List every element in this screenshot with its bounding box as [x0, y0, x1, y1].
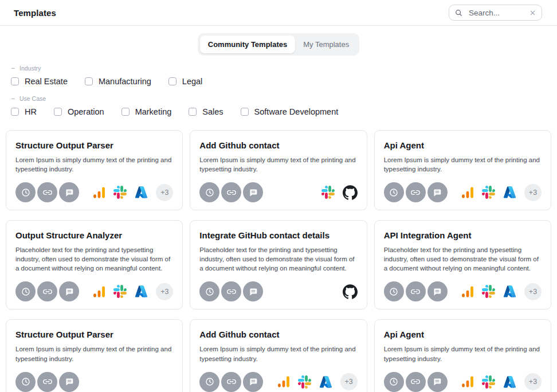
chat-icon [64, 287, 74, 297]
integration-group: +3 [461, 184, 542, 201]
checkbox[interactable] [189, 108, 197, 116]
slack-icon [482, 186, 495, 199]
clock-icon [389, 287, 399, 297]
search-box[interactable] [449, 5, 542, 21]
checkbox-label: Operation [68, 107, 104, 116]
card-title: Structure Output Parser [15, 140, 173, 150]
schedule-button[interactable] [15, 281, 36, 301]
template-card[interactable]: Add Github contact Lorem Ipsum is simply… [190, 319, 367, 392]
filter-checkbox-software-development[interactable]: Software Development [241, 107, 339, 116]
card-description: Lorem Ipsum is simply dummy text of the … [15, 155, 173, 174]
chat-button[interactable] [427, 182, 448, 202]
card-description: Placeholder text for the printing and ty… [384, 245, 542, 273]
schedule-button[interactable] [384, 182, 404, 202]
integration-group: +3 [277, 373, 358, 390]
tab-my-templates[interactable]: My Templates [295, 36, 357, 53]
link-button[interactable] [221, 182, 241, 202]
chat-button[interactable] [59, 281, 79, 301]
schedule-button[interactable] [199, 182, 219, 202]
card-footer: +3 [384, 273, 542, 301]
checkbox[interactable] [85, 77, 93, 85]
card-description: Lorem Ipsum is simply dummy text of the … [15, 344, 173, 363]
schedule-button[interactable] [199, 281, 219, 301]
checkbox[interactable] [241, 108, 249, 116]
azure-icon [319, 375, 332, 389]
link-button[interactable] [406, 372, 426, 392]
collapse-icon[interactable]: − [11, 65, 15, 72]
chat-icon [248, 187, 258, 198]
template-card[interactable]: Output Structure Analyzer Placeholder te… [6, 220, 183, 309]
link-button[interactable] [406, 182, 426, 202]
industry-options: Real Estate Manufacturing Legal [9, 77, 548, 86]
chat-icon [248, 287, 258, 297]
chat-button[interactable] [243, 182, 263, 202]
link-button[interactable] [37, 182, 57, 202]
link-button[interactable] [406, 281, 426, 301]
slack-icon [482, 375, 495, 389]
azure-icon [135, 285, 148, 298]
filter-checkbox-real-estate[interactable]: Real Estate [11, 77, 68, 86]
card-title: Output Structure Analyzer [15, 230, 173, 240]
template-card[interactable]: Api Agent Lorem Ipsum is simply dummy te… [374, 130, 551, 210]
schedule-button[interactable] [15, 182, 36, 202]
card-description: Placeholder text for the printing and ty… [199, 245, 357, 273]
more-count-badge: +3 [524, 184, 542, 201]
github-icon [343, 284, 358, 299]
schedule-button[interactable] [384, 281, 404, 301]
action-group [15, 182, 79, 202]
card-description: Lorem Ipsum is simply dummy text of the … [384, 344, 542, 363]
filter-group-label: Use Case [19, 95, 46, 102]
azure-icon [503, 375, 516, 389]
link-button[interactable] [221, 372, 241, 392]
checkbox[interactable] [11, 108, 19, 116]
clear-icon[interactable] [529, 9, 536, 17]
schedule-button[interactable] [199, 372, 219, 392]
card-title: Add Github contact [199, 140, 357, 150]
template-card[interactable]: Structure Output Parser Lorem Ipsum is s… [6, 319, 183, 392]
template-card[interactable]: API Integration Agent Placeholder text f… [374, 220, 551, 309]
schedule-button[interactable] [15, 372, 36, 392]
link-button[interactable] [37, 372, 57, 392]
checkbox[interactable] [168, 77, 176, 85]
chat-button[interactable] [243, 372, 263, 392]
action-group [15, 281, 79, 301]
card-title: Integrate GitHub contact details [199, 230, 357, 240]
schedule-button[interactable] [384, 372, 404, 392]
checkbox[interactable] [54, 108, 62, 116]
filters: − Industry Real Estate Manufacturing Leg… [0, 65, 557, 116]
filter-checkbox-operation[interactable]: Operation [54, 107, 104, 116]
search-input[interactable] [468, 8, 524, 18]
link-button[interactable] [221, 281, 241, 301]
azure-icon [503, 285, 516, 298]
chat-icon [64, 377, 74, 387]
tab-community-templates[interactable]: Community Templates [200, 36, 295, 53]
filter-checkbox-marketing[interactable]: Marketing [121, 107, 172, 116]
template-card[interactable]: Integrate GitHub contact details Placeho… [190, 220, 367, 309]
filter-checkbox-manufacturing[interactable]: Manufacturing [85, 77, 151, 86]
checkbox[interactable] [11, 77, 19, 85]
filter-checkbox-hr[interactable]: HR [11, 107, 37, 116]
filter-checkbox-legal[interactable]: Legal [168, 77, 202, 86]
chat-button[interactable] [243, 281, 263, 301]
card-footer [199, 273, 357, 301]
card-footer: +3 [384, 174, 542, 202]
chat-button[interactable] [59, 182, 79, 202]
template-card[interactable]: Add Github contact Lorem Ipsum is simply… [190, 130, 367, 210]
filter-checkbox-sales[interactable]: Sales [189, 107, 223, 116]
chat-icon [248, 377, 258, 387]
card-title: Structure Output Parser [15, 330, 173, 339]
chat-button[interactable] [59, 372, 79, 392]
card-footer: +3 [15, 174, 173, 202]
chat-button[interactable] [427, 372, 448, 392]
checkbox[interactable] [121, 108, 130, 116]
template-card[interactable]: Api Agent Lorem Ipsum is simply dummy te… [374, 319, 551, 392]
template-card[interactable]: Structure Output Parser Lorem Ipsum is s… [6, 130, 183, 210]
collapse-icon[interactable]: − [11, 95, 15, 102]
header: Templates [0, 0, 557, 26]
link-button[interactable] [37, 281, 57, 301]
tab-group: Community Templates My Templates [198, 33, 359, 56]
slack-icon [113, 285, 127, 298]
chat-icon [64, 187, 74, 198]
slack-icon [298, 375, 311, 389]
chat-button[interactable] [427, 281, 448, 301]
